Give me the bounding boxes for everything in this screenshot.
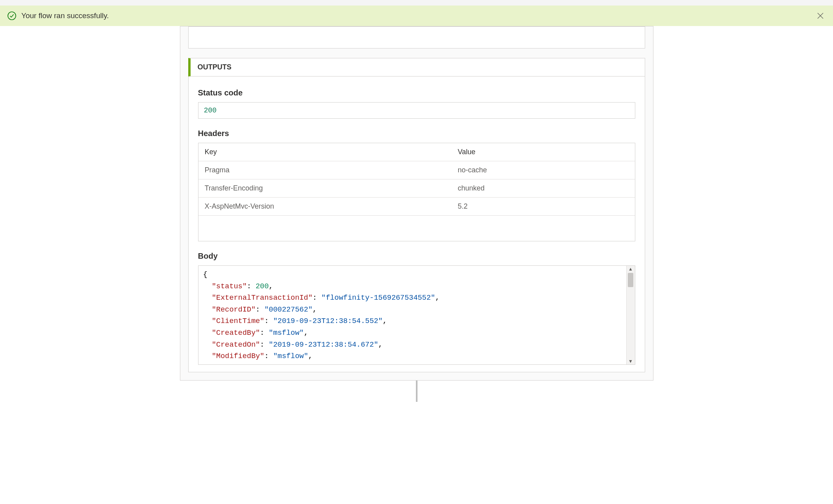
scroll-thumb[interactable] — [628, 273, 633, 287]
scroll-up-icon[interactable]: ▲ — [628, 266, 633, 272]
body-box-wrap[interactable]: { "status": 200, "ExternalTransactionId"… — [198, 265, 635, 365]
page-root: Your flow ran successfully. OUTPUTS Stat… — [0, 0, 833, 504]
table-header-row: Key Value — [198, 143, 635, 161]
status-code-label: Status code — [198, 88, 635, 97]
body-json-viewer[interactable]: { "status": 200, "ExternalTransactionId"… — [198, 266, 635, 364]
header-value-cell: no-cache — [451, 161, 635, 179]
action-card: OUTPUTS Status code 200 Headers Key Valu… — [180, 26, 653, 381]
header-value-cell: chunked — [451, 179, 635, 198]
svg-point-0 — [8, 12, 16, 20]
close-banner-button[interactable] — [816, 12, 824, 20]
headers-table: Key Value Pragmano-cacheTransfer-Encodin… — [198, 143, 635, 216]
top-bar-strip — [0, 0, 833, 6]
table-row: Pragmano-cache — [198, 161, 635, 179]
header-key-cell: Pragma — [198, 161, 451, 179]
header-key-cell: Transfer-Encoding — [198, 179, 451, 198]
outputs-body: Status code 200 Headers Key Value — [188, 77, 645, 372]
status-code-value[interactable]: 200 — [198, 102, 635, 119]
success-banner: Your flow ran successfully. — [0, 6, 833, 26]
table-row: X-AspNetMvc-Version5.2 — [198, 198, 635, 216]
header-value-cell: 5.2 — [451, 198, 635, 216]
flow-connector-line — [416, 381, 417, 402]
outputs-header-label: OUTPUTS — [198, 63, 232, 71]
headers-col-key: Key — [198, 143, 451, 161]
outputs-header[interactable]: OUTPUTS — [188, 58, 645, 77]
success-banner-message: Your flow ran successfully. — [21, 11, 109, 20]
previous-section-box — [188, 26, 645, 49]
headers-label: Headers — [198, 129, 635, 138]
headers-col-value: Value — [451, 143, 635, 161]
scroll-down-icon[interactable]: ▼ — [628, 358, 633, 364]
body-label: Body — [198, 252, 635, 261]
table-row: Transfer-Encodingchunked — [198, 179, 635, 198]
headers-table-wrap[interactable]: Key Value Pragmano-cacheTransfer-Encodin… — [198, 143, 635, 241]
body-scrollbar[interactable]: ▲ ▼ — [626, 266, 635, 364]
flow-canvas: OUTPUTS Status code 200 Headers Key Valu… — [0, 26, 833, 402]
success-check-icon — [7, 11, 17, 21]
scroll-track[interactable] — [628, 287, 633, 358]
header-key-cell: X-AspNetMvc-Version — [198, 198, 451, 216]
